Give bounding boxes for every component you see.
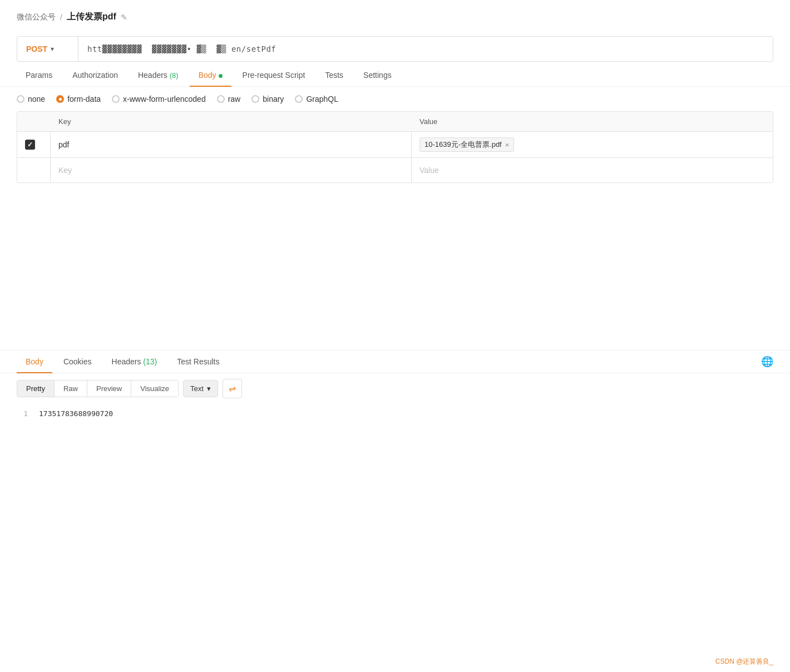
file-remove-icon[interactable]: × [505,141,510,149]
radio-urlencoded[interactable]: x-www-form-urlencoded [112,95,206,103]
row2-key-cell[interactable]: Key [51,158,412,182]
body-options: none form-data x-www-form-urlencoded raw… [0,87,790,111]
radio-urlencoded-circle [112,95,120,103]
format-bar: Pretty Raw Preview Visualize Text ▾ ⇌ [0,373,790,404]
table-header: Key Value [17,112,773,132]
globe-icon[interactable]: 🌐 [761,355,773,368]
format-raw-button[interactable]: Raw [55,381,87,397]
format-visualize-button[interactable]: Visualize [131,381,178,397]
header-checkbox-col [17,112,51,131]
format-pretty-button[interactable]: Pretty [17,381,55,397]
row1-value-cell[interactable]: 10-1639元-全电普票.pdf × [412,132,773,157]
method-selector[interactable]: POST ▾ [17,37,78,61]
radio-form-data[interactable]: form-data [56,95,101,103]
url-bar: POST ▾ [17,36,773,62]
row1-key-value: pdf [58,140,69,149]
radio-none[interactable]: none [17,95,45,103]
row2-value-placeholder: Value [419,166,439,175]
breadcrumb-current: 上传发票pdf [67,11,116,23]
row1-key-cell[interactable]: pdf [51,132,412,157]
line-number-1: 1 [17,409,28,418]
tab-tests[interactable]: Tests [316,64,352,86]
table-row: ✓ pdf 10-1639元-全电普票.pdf × [17,132,773,158]
tab-settings[interactable]: Settings [354,64,401,86]
response-tab-headers[interactable]: Headers (13) [103,350,166,373]
breadcrumb-separator: / [60,13,62,22]
response-actions: 🌐 [761,355,773,368]
response-headers-badge: (13) [143,357,157,366]
radio-raw[interactable]: raw [217,95,241,103]
chevron-down-icon: ▾ [51,45,54,53]
text-dropdown-chevron: ▾ [207,384,211,393]
radio-raw-circle [217,95,225,103]
edit-icon[interactable]: ✎ [121,13,127,22]
format-group: Pretty Raw Preview Visualize [17,380,179,397]
response-tab-cookies[interactable]: Cookies [55,350,101,373]
file-name: 10-1639元-全电普票.pdf [424,140,502,150]
header-key: Key [51,112,412,131]
params-table: Key Value ✓ pdf 10-1639元-全电普票.pdf × Key … [17,111,773,183]
request-tabs: Params Authorization Headers (8) Body Pr… [0,64,790,87]
response-tabs: Body Cookies Headers (13) Test Results 🌐 [0,350,790,373]
breadcrumb: 微信公众号 / 上传发票pdf ✎ [0,0,790,32]
breadcrumb-parent: 微信公众号 [17,12,56,22]
table-row: Key Value [17,158,773,182]
tab-headers[interactable]: Headers (8) [129,64,187,86]
empty-area [0,183,790,350]
radio-form-data-circle [56,95,64,103]
method-label: POST [26,45,47,53]
tab-authorization[interactable]: Authorization [63,64,127,86]
row1-checkbox-cell: ✓ [17,132,51,157]
tab-pre-request[interactable]: Pre-request Script [234,64,314,86]
radio-none-circle [17,95,24,103]
text-dropdown[interactable]: Text ▾ [183,380,218,397]
row2-key-placeholder: Key [58,166,72,175]
radio-graphql-circle [295,95,303,103]
radio-binary[interactable]: binary [251,95,284,103]
radio-graphql[interactable]: GraphQL [295,95,338,103]
header-value: Value [412,112,773,131]
headers-badge: (8) [170,71,179,80]
file-tag: 10-1639元-全电普票.pdf × [419,137,514,152]
url-input[interactable] [78,45,773,53]
tab-params[interactable]: Params [17,64,61,86]
body-dot [219,74,223,78]
response-content-1: 17351783688990720 [39,409,113,418]
row2-value-cell[interactable]: Value [412,158,773,182]
radio-binary-circle [251,95,259,103]
response-body: 1 17351783688990720 [0,404,790,423]
wrap-button[interactable]: ⇌ [223,379,242,398]
row2-checkbox-cell [17,158,51,182]
format-preview-button[interactable]: Preview [87,381,131,397]
text-dropdown-label: Text [190,384,204,393]
check-icon: ✓ [27,141,33,149]
response-section: Body Cookies Headers (13) Test Results 🌐… [0,350,790,423]
response-tab-body[interactable]: Body [17,350,52,373]
row1-checkbox[interactable]: ✓ [25,140,35,150]
response-tab-test-results[interactable]: Test Results [168,350,228,373]
tab-body[interactable]: Body [190,64,231,86]
